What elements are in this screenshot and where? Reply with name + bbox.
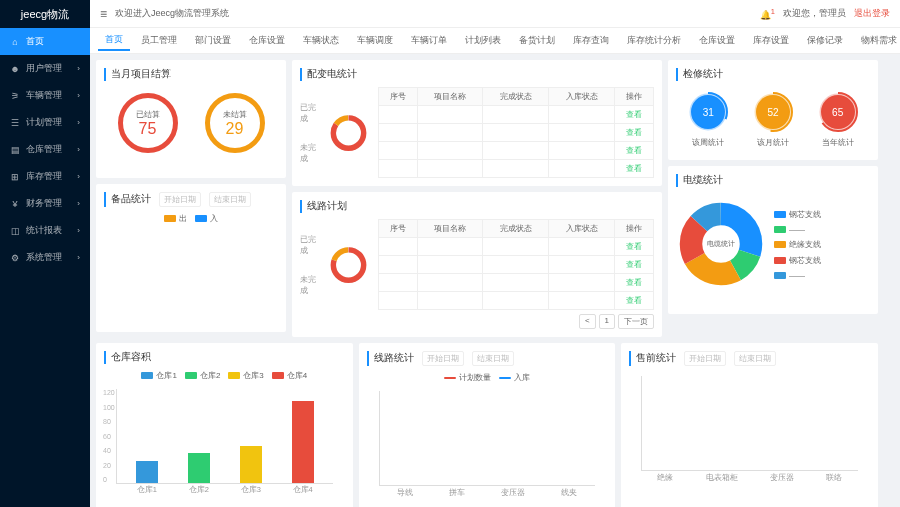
menu-icon: ⊞ xyxy=(10,172,20,182)
card-backup: 备品统计 开始日期 结束日期 出 入 xyxy=(96,184,286,332)
card-title: 电缆统计 xyxy=(676,174,870,187)
tab-11[interactable]: 仓库设置 xyxy=(692,32,742,50)
view-link[interactable]: 查看 xyxy=(626,296,642,305)
sidebar-item-2[interactable]: ⚞车辆管理› xyxy=(0,82,90,109)
tab-7[interactable]: 计划列表 xyxy=(458,32,508,50)
tab-13[interactable]: 保修记录 xyxy=(800,32,850,50)
xianlu-table: 序号项目名称完成状态入库状态操作查看查看查看查看 xyxy=(378,219,654,310)
view-link[interactable]: 查看 xyxy=(626,164,642,173)
menu-toggle-icon[interactable]: ≡ xyxy=(100,7,107,21)
card-title: 线路计划 xyxy=(300,200,654,213)
card-peidian: 配变电统计 已完成未完成 序号项目名称完成状态入库状态操作查看查看查看查看 xyxy=(292,60,662,186)
tab-3[interactable]: 仓库设置 xyxy=(242,32,292,50)
sidebar: jeecg物流 ⌂首页☻用户管理›⚞车辆管理›☰计划管理›▤仓库管理›⊞库存管理… xyxy=(0,0,90,507)
chevron-right-icon: › xyxy=(77,145,80,154)
sidebar-item-3[interactable]: ☰计划管理› xyxy=(0,109,90,136)
view-link[interactable]: 查看 xyxy=(626,110,642,119)
view-link[interactable]: 查看 xyxy=(626,242,642,251)
menu-icon: ⚞ xyxy=(10,91,20,101)
unsettled-circle: 未结算 29 xyxy=(205,93,265,153)
tab-8[interactable]: 备货计划 xyxy=(512,32,562,50)
menu-icon: ◫ xyxy=(10,226,20,236)
topbar: ≡ 欢迎进入Jeecg物流管理系统 🔔1 欢迎您，管理员 退出登录 xyxy=(90,0,900,28)
card-title: 线路统计 开始日期 结束日期 xyxy=(367,351,608,366)
sidebar-item-7[interactable]: ◫统计报表› xyxy=(0,217,90,244)
repair-gauge: 65 xyxy=(817,91,859,133)
card-title: 售前统计 开始日期 结束日期 xyxy=(629,351,870,366)
chevron-right-icon: › xyxy=(77,253,80,262)
card-diandu: 电缆统计 电缆统计 钢芯支线——绝缘支线钢芯 xyxy=(668,166,878,314)
tab-10[interactable]: 库存统计分析 xyxy=(620,32,688,50)
card-repair: 检修统计 31该周统计52该月统计65当年统计 xyxy=(668,60,878,160)
diandu-pie-chart: 电缆统计 xyxy=(676,199,766,289)
sidebar-item-4[interactable]: ▤仓库管理› xyxy=(0,136,90,163)
repair-gauge: 31 xyxy=(687,91,729,133)
date-start-input[interactable]: 开始日期 xyxy=(159,192,201,207)
tab-5[interactable]: 车辆调度 xyxy=(350,32,400,50)
view-link[interactable]: 查看 xyxy=(626,260,642,269)
tab-14[interactable]: 物料需求 xyxy=(854,32,900,50)
repair-gauge: 52 xyxy=(752,91,794,133)
tab-9[interactable]: 库存查询 xyxy=(566,32,616,50)
card-title: 当月项目结算 xyxy=(104,68,278,81)
menu-icon: ⚙ xyxy=(10,253,20,263)
date-end-input[interactable]: 结束日期 xyxy=(734,351,776,366)
tab-1[interactable]: 员工管理 xyxy=(134,32,184,50)
tab-0[interactable]: 首页 xyxy=(98,31,130,51)
tab-6[interactable]: 车辆订单 xyxy=(404,32,454,50)
menu-icon: ☻ xyxy=(10,64,20,74)
nav-menu: ⌂首页☻用户管理›⚞车辆管理›☰计划管理›▤仓库管理›⊞库存管理›¥财务管理›◫… xyxy=(0,28,90,507)
view-link[interactable]: 查看 xyxy=(626,128,642,137)
tab-4[interactable]: 车辆状态 xyxy=(296,32,346,50)
bell-icon[interactable]: 🔔1 xyxy=(760,7,775,20)
chevron-right-icon: › xyxy=(77,64,80,73)
menu-icon: ¥ xyxy=(10,199,20,209)
tab-12[interactable]: 库存设置 xyxy=(746,32,796,50)
menu-icon: ⌂ xyxy=(10,37,20,47)
card-sale: 售前统计 开始日期 结束日期 绝缘电表箱柜变压器联络 xyxy=(621,343,878,507)
user-greeting: 欢迎您，管理员 xyxy=(783,7,846,20)
card-title: 备品统计 开始日期 结束日期 xyxy=(104,192,278,207)
sale-line-chart xyxy=(641,376,858,471)
card-xianlu-plan: 线路计划 已完成未完成 序号项目名称完成状态入库状态操作查看查看查看查看 <1下… xyxy=(292,192,662,337)
card-title: 配变电统计 xyxy=(300,68,654,81)
app-logo: jeecg物流 xyxy=(0,0,90,28)
sidebar-item-6[interactable]: ¥财务管理› xyxy=(0,190,90,217)
view-link[interactable]: 查看 xyxy=(626,146,642,155)
date-start-input[interactable]: 开始日期 xyxy=(684,351,726,366)
settled-circle: 已结算 75 xyxy=(118,93,178,153)
date-start-input[interactable]: 开始日期 xyxy=(422,351,464,366)
card-storage: 仓库容积 仓库1仓库2仓库3仓库4 120100806040200 仓库1仓库2… xyxy=(96,343,353,507)
chevron-right-icon: › xyxy=(77,118,80,127)
sidebar-item-0[interactable]: ⌂首页 xyxy=(0,28,90,55)
date-end-input[interactable]: 结束日期 xyxy=(472,351,514,366)
chevron-right-icon: › xyxy=(77,226,80,235)
peidian-donut-chart xyxy=(329,108,368,158)
menu-icon: ☰ xyxy=(10,118,20,128)
tab-2[interactable]: 部门设置 xyxy=(188,32,238,50)
card-settlement: 当月项目结算 已结算 75 未结算 29 xyxy=(96,60,286,178)
xianlu-line-chart xyxy=(379,391,596,486)
welcome-text: 欢迎进入Jeecg物流管理系统 xyxy=(115,7,229,20)
pager[interactable]: <1下一页 xyxy=(300,314,654,329)
chevron-right-icon: › xyxy=(77,199,80,208)
view-link[interactable]: 查看 xyxy=(626,278,642,287)
logout-link[interactable]: 退出登录 xyxy=(854,7,890,20)
chevron-right-icon: › xyxy=(77,91,80,100)
xianlu-donut-chart xyxy=(329,240,368,290)
tab-bar: 首页员工管理部门设置仓库设置车辆状态车辆调度车辆订单计划列表备货计划库存查询库存… xyxy=(90,28,900,54)
card-title: 检修统计 xyxy=(676,68,870,81)
storage-bar-chart: 120100806040200 仓库1仓库2仓库3仓库4 xyxy=(116,389,333,484)
date-end-input[interactable]: 结束日期 xyxy=(209,192,251,207)
menu-icon: ▤ xyxy=(10,145,20,155)
peidian-table: 序号项目名称完成状态入库状态操作查看查看查看查看 xyxy=(378,87,654,178)
sidebar-item-5[interactable]: ⊞库存管理› xyxy=(0,163,90,190)
chevron-right-icon: › xyxy=(77,172,80,181)
card-title: 仓库容积 xyxy=(104,351,345,364)
card-xianlu-stat: 线路统计 开始日期 结束日期 计划数量 入库 导线拼车变压器线夹 xyxy=(359,343,616,507)
sidebar-item-8[interactable]: ⚙系统管理› xyxy=(0,244,90,271)
sidebar-item-1[interactable]: ☻用户管理› xyxy=(0,55,90,82)
